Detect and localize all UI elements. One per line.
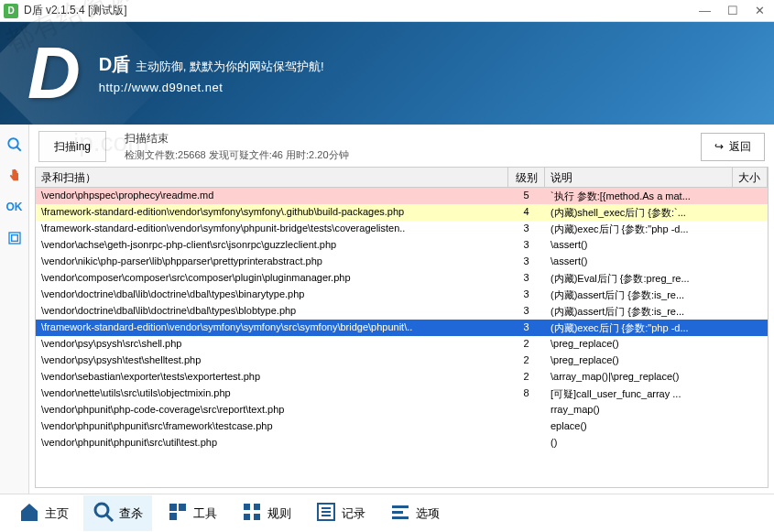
table-row[interactable]: \vendor\achse\geth-jsonrpc-php-client\sr… bbox=[36, 237, 768, 254]
table-row[interactable]: \vendor\doctrine\dbal\lib\doctrine\dbal\… bbox=[36, 287, 768, 303]
svg-rect-3 bbox=[11, 235, 17, 242]
minimize-button[interactable]: — bbox=[699, 4, 711, 17]
cell-level: 5 bbox=[508, 188, 545, 204]
scan-result-title: 扫描结束 bbox=[125, 131, 349, 147]
rail-search-icon[interactable] bbox=[5, 136, 24, 154]
table-row[interactable]: \vendor\psy\psysh\src\shell.php2\preg_re… bbox=[36, 336, 768, 353]
table-row[interactable]: \framework-standard-edition\vendor\symfo… bbox=[36, 204, 768, 221]
cell-desc: (内藏)Eval后门 {参数:preg_re... bbox=[545, 270, 733, 287]
svg-line-1 bbox=[16, 147, 21, 151]
cell-size bbox=[733, 353, 768, 369]
th-size[interactable]: 大小 bbox=[733, 168, 768, 187]
th-level[interactable]: 级别 bbox=[508, 168, 545, 187]
tab-label: 主页 bbox=[45, 505, 69, 522]
tab-options[interactable]: 选项 bbox=[380, 495, 449, 531]
cell-level: 4 bbox=[508, 204, 545, 221]
cell-path: \vendor\psy\psysh\test\shelltest.php bbox=[36, 353, 508, 369]
tab-label: 记录 bbox=[342, 505, 365, 522]
cell-path: \vendor\sebastian\exporter\tests\exporte… bbox=[36, 369, 508, 385]
cell-path: \vendor\achse\geth-jsonrpc-php-client\sr… bbox=[36, 237, 508, 254]
table-row[interactable]: \vendor\phpunit\phpunit\src\util\test.ph… bbox=[36, 435, 768, 451]
cell-size bbox=[733, 237, 768, 254]
back-button[interactable]: ↪ 返回 bbox=[701, 133, 765, 161]
cell-level: 8 bbox=[508, 385, 545, 402]
cell-level bbox=[508, 402, 545, 418]
app-icon: D bbox=[4, 4, 18, 18]
cell-size bbox=[733, 270, 768, 287]
cell-level: 3 bbox=[508, 221, 545, 237]
close-button[interactable]: ✕ bbox=[755, 4, 765, 17]
scan-bar: 扫描ing 扫描结束 检测文件数:25668 发现可疑文件:46 用时:2.20… bbox=[35, 130, 769, 163]
bottom-tabs: 主页查杀工具规则记录选项 bbox=[0, 494, 774, 532]
table-row[interactable]: \vendor\nette\utils\src\utils\objectmixi… bbox=[36, 385, 768, 402]
svg-rect-9 bbox=[254, 514, 260, 520]
cell-size bbox=[733, 188, 768, 204]
brand-name: D盾 bbox=[99, 54, 130, 74]
back-arrow-icon: ↪ bbox=[714, 140, 724, 153]
options-icon bbox=[389, 501, 411, 526]
table-row[interactable] bbox=[36, 451, 768, 468]
left-rail: OK bbox=[0, 125, 29, 494]
grid-icon bbox=[241, 501, 263, 526]
cell-level bbox=[508, 418, 545, 435]
table-row[interactable]: \vendor\sebastian\exporter\tests\exporte… bbox=[36, 369, 768, 385]
tab-label: 规则 bbox=[267, 505, 291, 522]
cell-path: \framework-standard-edition\vendor\symfo… bbox=[36, 221, 508, 237]
svg-rect-2 bbox=[9, 233, 20, 244]
cell-size bbox=[733, 402, 768, 418]
tab-home[interactable]: 主页 bbox=[9, 495, 78, 531]
table-row[interactable]: \vendor\phpunit\php-code-coverage\src\re… bbox=[36, 402, 768, 418]
scan-stats: 检测文件数:25668 发现可疑文件:46 用时:2.20分钟 bbox=[125, 148, 349, 162]
home-icon bbox=[18, 501, 40, 526]
table-row[interactable]: \vendor\doctrine\dbal\lib\doctrine\dbal\… bbox=[36, 303, 768, 320]
cell-path: \vendor\phpunit\php-code-coverage\src\re… bbox=[36, 402, 508, 418]
maximize-button[interactable]: ☐ bbox=[727, 4, 738, 17]
tab-label: 选项 bbox=[416, 505, 440, 522]
cell-size bbox=[733, 435, 768, 451]
cell-size bbox=[733, 385, 768, 402]
tab-tools[interactable]: 工具 bbox=[158, 495, 226, 531]
cell-size bbox=[733, 204, 768, 221]
cell-path: \framework-standard-edition\vendor\symfo… bbox=[36, 320, 508, 336]
tab-label: 工具 bbox=[193, 505, 217, 522]
tab-label: 查杀 bbox=[119, 505, 143, 522]
cell-desc: (内藏)assert后门 {参数:is_re... bbox=[545, 303, 733, 320]
banner: D D盾 主动防御, 默默为你的网站保驾护航! http://www.d99ne… bbox=[0, 22, 774, 125]
table-row[interactable]: \vendor\psy\psysh\test\shelltest.php2\pr… bbox=[36, 353, 768, 369]
cell-path: \vendor\doctrine\dbal\lib\doctrine\dbal\… bbox=[36, 303, 508, 320]
cell-size bbox=[733, 320, 768, 336]
table-row[interactable]: \vendor\composer\composer\src\composer\p… bbox=[36, 270, 768, 287]
tab-grid[interactable]: 规则 bbox=[232, 495, 300, 531]
svg-rect-14 bbox=[392, 505, 409, 508]
back-label: 返回 bbox=[729, 139, 751, 155]
svg-point-0 bbox=[8, 138, 18, 148]
svg-point-4 bbox=[95, 504, 108, 516]
table-row[interactable]: \framework-standard-edition\vendor\symfo… bbox=[36, 320, 768, 336]
rail-hand-icon[interactable] bbox=[5, 167, 24, 185]
table-body: \vendor\phpspec\prophecy\readme.md5`执行 参… bbox=[36, 188, 768, 487]
table-row[interactable]: \vendor\phpspec\prophecy\readme.md5`执行 参… bbox=[36, 188, 768, 204]
cell-level: 3 bbox=[508, 320, 545, 336]
table-row[interactable]: \framework-standard-edition\vendor\symfo… bbox=[36, 221, 768, 237]
svg-rect-8 bbox=[244, 514, 250, 520]
cell-path: \vendor\nikic\php-parser\lib\phpparser\p… bbox=[36, 254, 508, 270]
cell-desc: \preg_replace() bbox=[545, 336, 733, 353]
rail-ok-icon[interactable]: OK bbox=[5, 198, 24, 216]
brand-url: http://www.d99net.net bbox=[99, 81, 324, 94]
table-row[interactable]: \vendor\nikic\php-parser\lib\phpparser\p… bbox=[36, 254, 768, 270]
table-row[interactable]: \vendor\phpunit\phpunit\src\framework\te… bbox=[36, 418, 768, 435]
cell-level: 3 bbox=[508, 287, 545, 303]
search-icon bbox=[93, 501, 114, 526]
cell-path: \framework-standard-edition\vendor\symfo… bbox=[36, 204, 508, 221]
rail-box-icon[interactable] bbox=[5, 229, 24, 247]
tab-search[interactable]: 查杀 bbox=[83, 495, 152, 531]
cell-level: 3 bbox=[508, 303, 545, 320]
cell-level: 2 bbox=[508, 336, 545, 353]
tab-list[interactable]: 记录 bbox=[306, 495, 375, 531]
cell-size bbox=[733, 254, 768, 270]
th-path[interactable]: 录和扫描） bbox=[36, 168, 508, 187]
list-icon bbox=[315, 501, 337, 526]
scan-button[interactable]: 扫描ing bbox=[38, 131, 106, 162]
th-desc[interactable]: 说明 bbox=[545, 168, 733, 187]
cell-desc: \array_map()|\preg_replace() bbox=[545, 369, 733, 385]
